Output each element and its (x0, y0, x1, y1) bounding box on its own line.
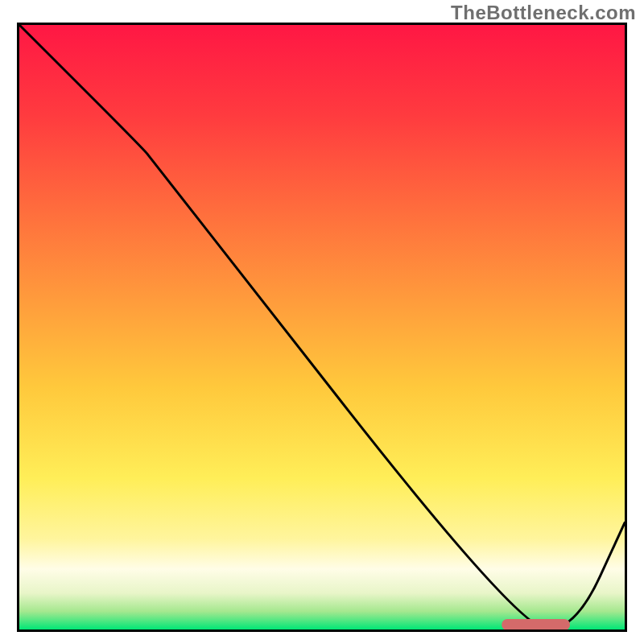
plot-area (17, 23, 627, 632)
optimal-range-marker (502, 619, 570, 630)
chart-frame: TheBottleneck.com (0, 0, 644, 644)
watermark-text: TheBottleneck.com (451, 2, 636, 24)
chart-svg (19, 25, 625, 630)
